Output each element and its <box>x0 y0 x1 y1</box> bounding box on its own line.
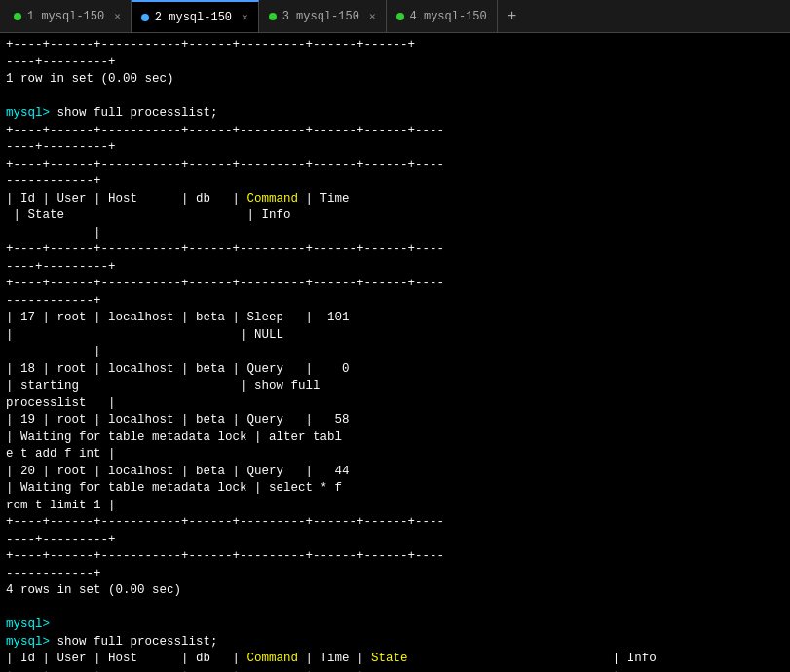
table-separator-row: +----+------+-----------+------+--------… <box>6 669 790 673</box>
tab-2[interactable]: 2 mysql-150 ✕ <box>132 0 259 32</box>
add-tab-button[interactable]: + <box>498 8 527 25</box>
terminal-area[interactable]: +----+------+-----------+------+--------… <box>0 33 790 672</box>
tab-2-label: 2 mysql-150 <box>155 11 232 24</box>
tab-3-close[interactable]: ✕ <box>369 10 376 22</box>
tab-2-dot <box>141 14 149 21</box>
tab-4[interactable]: 4 mysql-150 <box>387 0 498 32</box>
tab-4-dot <box>396 13 404 20</box>
tab-1[interactable]: 1 mysql-150 ✕ <box>4 0 132 32</box>
tab-1-close[interactable]: ✕ <box>114 10 121 22</box>
tab-1-dot <box>14 13 21 20</box>
tab-3-dot <box>269 13 277 20</box>
terminal-line-1: +----+------+-----------+------+--------… <box>6 38 444 649</box>
tab-3-label: 3 mysql-150 <box>282 10 359 23</box>
tab-2-close[interactable]: ✕ <box>242 11 248 23</box>
tab-1-label: 1 mysql-150 <box>27 10 104 23</box>
tab-4-label: 4 mysql-150 <box>410 10 487 23</box>
table-header-row: | Id | User | Host | db | Command | Time… <box>6 652 790 665</box>
tab-3[interactable]: 3 mysql-150 ✕ <box>259 0 387 32</box>
tab-bar: 1 mysql-150 ✕ 2 mysql-150 ✕ 3 mysql-150 … <box>0 0 790 33</box>
